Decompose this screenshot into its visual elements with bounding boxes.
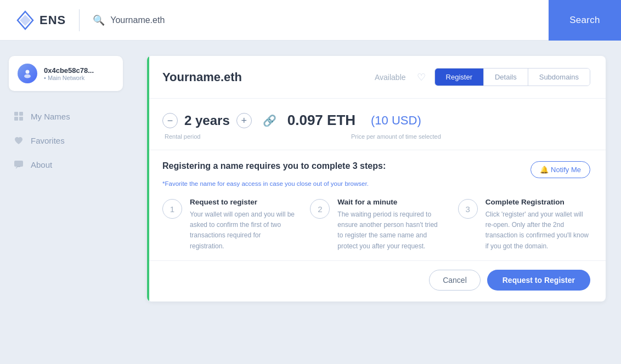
logo-area: ENS	[15, 10, 66, 30]
header-divider	[79, 9, 80, 31]
main-layout: 0x4cbe58c78... • Main Network My Names F…	[0, 41, 621, 364]
decrease-year-button[interactable]: −	[162, 113, 178, 128]
step-2-number: 2	[310, 199, 330, 219]
svg-point-3	[24, 75, 31, 78]
sidebar: 0x4cbe58c78... • Main Network My Names F…	[0, 41, 132, 364]
wallet-avatar-icon	[22, 68, 33, 79]
steps-header: Registering a name requires you to compl…	[162, 161, 590, 178]
svg-rect-4	[14, 112, 18, 116]
step-3-title: Complete Registration	[485, 198, 590, 206]
rental-section: − 2 years + 🔗 0.097 ETH (10 USD) Rental …	[147, 99, 606, 150]
sidebar-item-my-names[interactable]: My Names	[0, 104, 132, 128]
available-label: Available	[375, 73, 406, 82]
step-3-number: 3	[458, 199, 478, 219]
step-1-desc: Your wallet will open and you will be as…	[190, 209, 295, 252]
card-accent-border	[147, 56, 149, 302]
tab-register[interactable]: Register	[435, 69, 484, 86]
step-2-desc: The waiting period is required to ensure…	[337, 209, 442, 252]
svg-point-2	[26, 70, 30, 74]
price-usd: (10 USD)	[371, 113, 421, 128]
steps-section: Registering a name requires you to compl…	[147, 150, 606, 260]
tab-subdomains[interactable]: Subdomains	[528, 69, 590, 86]
content-card: Yourname.eth Available ♡ Register Detail…	[147, 56, 606, 302]
svg-rect-7	[19, 117, 23, 121]
tab-details[interactable]: Details	[484, 69, 528, 86]
wallet-card[interactable]: 0x4cbe58c78... • Main Network	[9, 56, 123, 91]
sidebar-item-about-label: About	[31, 160, 52, 169]
rental-row: − 2 years + 🔗 0.097 ETH (10 USD)	[162, 112, 590, 129]
step-1-content: Request to register Your wallet will ope…	[190, 198, 295, 252]
svg-rect-8	[14, 161, 23, 167]
price-eth: 0.097 ETH	[287, 112, 355, 129]
tab-group: Register Details Subdomains	[434, 68, 590, 86]
wallet-address: 0x4cbe58c78...	[44, 66, 94, 75]
domain-name: Yourname.eth	[162, 70, 366, 84]
search-button[interactable]: Search	[549, 0, 621, 41]
steps-title: Registering a name requires you to compl…	[162, 161, 386, 171]
svg-rect-6	[14, 117, 18, 121]
header: ENS 🔍 Search	[0, 0, 621, 41]
notify-button[interactable]: 🔔 Notify Me	[530, 161, 590, 178]
link-icon: 🔗	[263, 114, 276, 127]
step-2: 2 Wait for a minute The waiting period i…	[310, 198, 442, 252]
domain-header: Yourname.eth Available ♡ Register Detail…	[147, 56, 606, 99]
sidebar-item-favorites-label: Favorites	[31, 136, 65, 145]
search-area: 🔍	[93, 14, 621, 26]
grid-icon	[13, 111, 24, 122]
steps-grid: 1 Request to register Your wallet will o…	[162, 198, 590, 252]
card-footer: Cancel Request to Register	[147, 260, 606, 302]
svg-rect-5	[19, 112, 23, 116]
cancel-button[interactable]: Cancel	[429, 270, 481, 291]
heart-icon	[13, 135, 24, 146]
wallet-network: • Main Network	[44, 75, 94, 81]
year-control: − 2 years +	[162, 113, 252, 128]
step-1: 1 Request to register Your wallet will o…	[162, 198, 295, 252]
ens-logo-icon	[15, 10, 35, 30]
step-1-number: 1	[162, 199, 182, 219]
year-value: 2 years	[184, 113, 230, 128]
sidebar-item-my-names-label: My Names	[31, 112, 70, 121]
wallet-info: 0x4cbe58c78... • Main Network	[44, 66, 94, 81]
step-3-desc: Click 'register' and your wallet will re…	[485, 209, 590, 252]
step-1-title: Request to register	[190, 198, 295, 206]
wallet-avatar	[18, 64, 37, 83]
step-2-title: Wait for a minute	[337, 198, 442, 206]
search-input[interactable]	[110, 15, 621, 25]
favorite-heart-icon[interactable]: ♡	[417, 71, 426, 83]
rental-period-label: Rental period	[165, 133, 230, 140]
step-2-content: Wait for a minute The waiting period is …	[337, 198, 442, 252]
request-register-button[interactable]: Request to Register	[487, 270, 590, 291]
sidebar-item-favorites[interactable]: Favorites	[0, 128, 132, 152]
chat-icon	[13, 159, 24, 170]
search-icon: 🔍	[93, 14, 105, 26]
increase-year-button[interactable]: +	[236, 113, 252, 128]
logo-text: ENS	[39, 13, 66, 27]
step-3: 3 Complete Registration Click 'register'…	[458, 198, 590, 252]
step-3-content: Complete Registration Click 'register' a…	[485, 198, 590, 252]
steps-subtitle: *Favorite the name for easy access in ca…	[162, 180, 590, 187]
price-period-label: Price per amount of time selected	[351, 133, 441, 140]
sidebar-item-about[interactable]: About	[0, 152, 132, 177]
content-area: Yourname.eth Available ♡ Register Detail…	[132, 41, 621, 364]
